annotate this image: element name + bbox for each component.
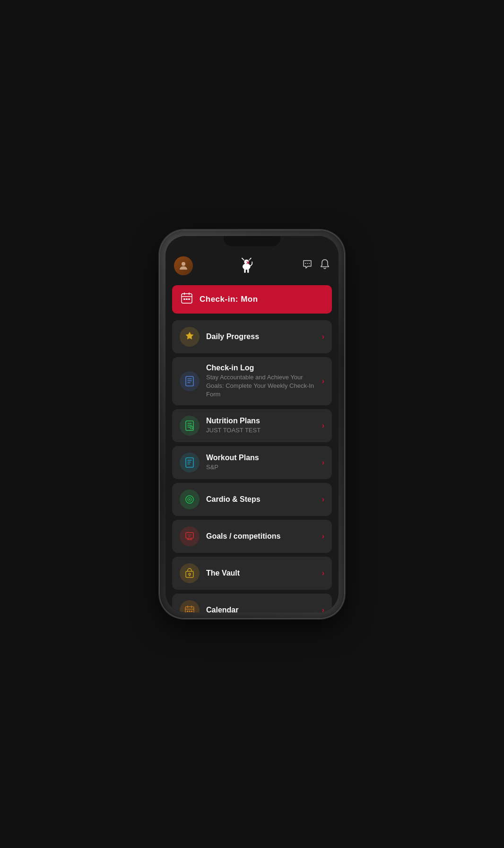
nutrition-plans-icon	[180, 416, 200, 436]
daily-progress-content: Daily Progress	[206, 332, 315, 341]
notch	[224, 236, 280, 246]
header: ✕	[165, 250, 339, 282]
avatar[interactable]	[174, 256, 193, 275]
menu-item-checkin-log[interactable]: Check-in Log Stay Accountable and Achiev…	[172, 357, 332, 406]
header-icons	[302, 259, 330, 272]
calendar-title: Calendar	[206, 606, 315, 612]
the-vault-icon	[180, 563, 200, 583]
svg-text:✕: ✕	[246, 260, 250, 265]
menu-list: Daily Progress › Check-in Log Stay Acc	[165, 318, 339, 612]
svg-rect-24	[187, 611, 188, 612]
checkin-banner[interactable]: Check-in: Mon	[172, 285, 332, 314]
svg-rect-4	[247, 269, 249, 272]
goals-competitions-title: Goals / competitions	[206, 532, 315, 541]
cardio-steps-title: Cardio & Steps	[206, 495, 315, 504]
the-vault-chevron: ›	[322, 569, 324, 577]
checkin-log-icon	[180, 371, 200, 391]
checkin-log-subtitle: Stay Accountable and Achieve Your Goals:…	[206, 373, 315, 399]
the-vault-content: The Vault	[206, 569, 315, 577]
workout-plans-chevron: ›	[322, 458, 324, 467]
menu-item-workout-plans[interactable]: Workout Plans S&P ›	[172, 446, 332, 479]
svg-rect-13	[186, 376, 193, 386]
svg-rect-3	[244, 269, 245, 272]
nutrition-plans-subtitle: JUST TOAST TEST	[206, 426, 315, 435]
checkin-log-chevron: ›	[322, 377, 324, 385]
svg-point-6	[305, 263, 306, 264]
nutrition-plans-title: Nutrition Plans	[206, 417, 315, 425]
bell-icon[interactable]	[320, 259, 330, 272]
svg-rect-21	[186, 571, 193, 577]
menu-item-calendar[interactable]: Calendar ›	[172, 594, 332, 612]
svg-point-0	[182, 262, 185, 266]
workout-plans-subtitle: S&P	[206, 463, 315, 472]
svg-rect-26	[191, 611, 192, 612]
screen: ✕	[165, 236, 339, 612]
svg-point-7	[307, 263, 308, 264]
menu-item-nutrition-plans[interactable]: Nutrition Plans JUST TOAST TEST ›	[172, 409, 332, 442]
nutrition-plans-content: Nutrition Plans JUST TOAST TEST	[206, 417, 315, 435]
svg-point-19	[189, 499, 191, 500]
cardio-steps-chevron: ›	[322, 495, 324, 504]
workout-plans-content: Workout Plans S&P	[206, 454, 315, 472]
menu-item-daily-progress[interactable]: Daily Progress ›	[172, 320, 332, 353]
checkin-log-title: Check-in Log	[206, 364, 315, 372]
svg-rect-20	[186, 533, 193, 538]
cardio-steps-content: Cardio & Steps	[206, 495, 315, 504]
nutrition-plans-chevron: ›	[322, 421, 324, 430]
checkin-calendar-icon	[181, 292, 193, 307]
menu-item-goals-competitions[interactable]: Goals / competitions ›	[172, 520, 332, 553]
svg-rect-12	[188, 298, 190, 300]
svg-rect-11	[186, 298, 188, 300]
daily-progress-icon	[180, 327, 200, 347]
phone-inner: ✕	[165, 236, 339, 612]
goals-competitions-icon	[180, 526, 200, 546]
calendar-icon	[180, 600, 200, 612]
chat-icon[interactable]	[302, 259, 313, 272]
svg-point-8	[309, 263, 310, 264]
goals-competitions-content: Goals / competitions	[206, 532, 315, 541]
daily-progress-title: Daily Progress	[206, 332, 315, 341]
workout-plans-icon	[180, 453, 200, 472]
checkin-log-content: Check-in Log Stay Accountable and Achiev…	[206, 364, 315, 399]
menu-item-the-vault[interactable]: The Vault ›	[172, 557, 332, 590]
svg-rect-16	[186, 458, 193, 467]
logo: ✕	[235, 254, 259, 278]
checkin-label: Check-in: Mon	[200, 295, 258, 304]
phone-frame: ✕	[160, 230, 344, 618]
daily-progress-chevron: ›	[322, 332, 324, 341]
svg-rect-25	[189, 611, 191, 612]
calendar-content: Calendar	[206, 606, 315, 612]
calendar-chevron: ›	[322, 606, 324, 612]
the-vault-title: The Vault	[206, 569, 315, 577]
menu-item-cardio-steps[interactable]: Cardio & Steps ›	[172, 483, 332, 516]
workout-plans-title: Workout Plans	[206, 454, 315, 462]
goals-competitions-chevron: ›	[322, 532, 324, 541]
cardio-steps-icon	[180, 490, 200, 509]
svg-rect-10	[183, 298, 185, 300]
